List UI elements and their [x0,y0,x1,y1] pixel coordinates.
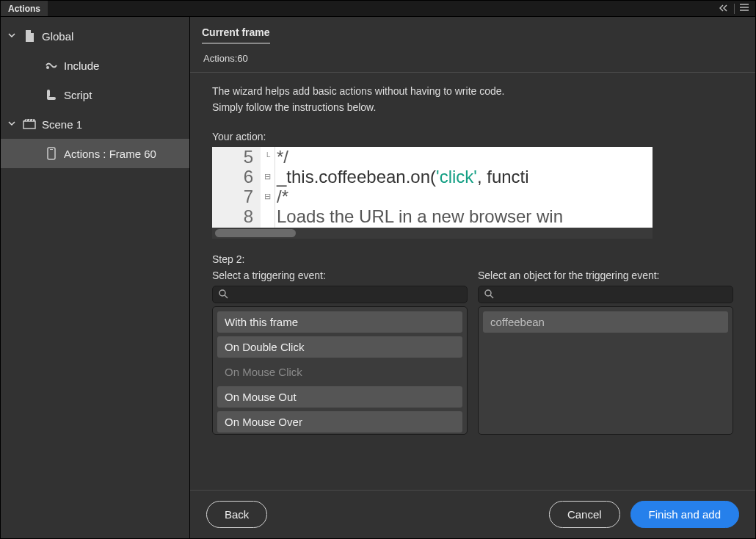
events-list: With this frame On Double Click On Mouse… [212,306,468,435]
sidebar-item-actions-frame60[interactable]: Actions : Frame 60 [1,139,189,168]
main-header: Current frame [190,17,755,44]
svg-point-0 [46,66,49,69]
intro-line2: Simply follow the instructions below. [212,99,733,115]
objects-list: coffeebean [478,306,733,435]
right-column: Select an object for the triggering even… [478,270,733,435]
two-col: Select a triggering event: With this fra… [212,270,733,435]
event-on-mouse-over[interactable]: On Mouse Over [217,411,462,433]
search-objects-input[interactable] [478,286,733,303]
cancel-button[interactable]: Cancel [549,501,620,528]
line-gutter: 5 6 7 8 [212,147,261,228]
your-action-label: Your action: [212,131,733,142]
sidebar-item-global[interactable]: Global [1,21,189,51]
sidebar-item-script[interactable]: Script [1,80,189,109]
scene-icon [23,117,36,131]
footer: Back Cancel Finish and add [190,490,755,538]
fold-column[interactable]: └⊟⊟ [261,147,275,228]
step2-label: Step 2: [212,253,733,265]
body: The wizard helps add basic actions witho… [190,73,755,490]
code-text: */ _this.coffeebean.on('click', functi /… [275,147,653,228]
intro-text: The wizard helps add basic actions witho… [212,83,733,116]
tab-label: Actions [8,4,40,14]
sidebar-item-scene1[interactable]: Scene 1 [1,109,189,139]
tab-bar-right [719,3,755,14]
include-icon [45,59,58,72]
app-window: Actions Global [0,0,756,539]
content: Global Include Script [1,17,755,538]
event-on-mouse-click[interactable]: On Mouse Click [217,361,462,383]
search-icon [484,289,494,299]
object-coffeebean[interactable]: coffeebean [483,311,728,333]
hscroll-track[interactable] [212,228,653,239]
script-icon [45,88,58,101]
subheader-text: Actions:60 [203,53,248,64]
triggering-event-heading: Select a triggering event: [212,270,468,281]
sidebar-item-label: Script [64,89,92,101]
chevron-down-icon[interactable] [7,32,17,40]
sidebar-item-label: Actions : Frame 60 [64,148,156,160]
svg-rect-3 [50,149,53,150]
page-title: Current frame [202,26,270,44]
code-preview[interactable]: 5 6 7 8 └⊟⊟ */ _this.coffeebean.on('clic… [212,147,653,239]
svg-rect-1 [23,121,35,129]
sidebar-item-include[interactable]: Include [1,51,189,80]
menu-icon[interactable] [739,3,749,14]
main-panel: Current frame Actions:60 The wizard help… [190,17,755,538]
search-icon [219,289,228,299]
sidebar-item-label: Include [64,59,99,72]
svg-point-4 [219,290,225,296]
finish-and-add-button[interactable]: Finish and add [630,501,739,528]
back-button[interactable]: Back [206,501,267,528]
chevron-down-icon[interactable] [7,120,17,129]
sidebar-item-label: Scene 1 [42,118,82,131]
event-on-double-click[interactable]: On Double Click [217,336,462,358]
event-with-this-frame[interactable]: With this frame [217,311,462,333]
collapse-icon[interactable] [719,4,730,14]
left-column: Select a triggering event: With this fra… [212,270,468,435]
divider [734,4,735,14]
tab-bar: Actions [1,1,755,17]
hscroll-thumb[interactable] [215,229,296,237]
sidebar-item-label: Global [42,30,73,43]
subheader: Actions:60 [190,44,755,73]
sidebar: Global Include Script [1,17,190,538]
tab-actions[interactable]: Actions [1,1,48,16]
frame-icon [45,147,58,160]
event-on-mouse-out[interactable]: On Mouse Out [217,386,462,408]
intro-line1: The wizard helps add basic actions witho… [212,83,733,99]
select-object-heading: Select an object for the triggering even… [478,270,733,281]
document-icon [23,29,36,43]
svg-point-5 [485,290,491,296]
search-events-input[interactable] [212,286,468,303]
